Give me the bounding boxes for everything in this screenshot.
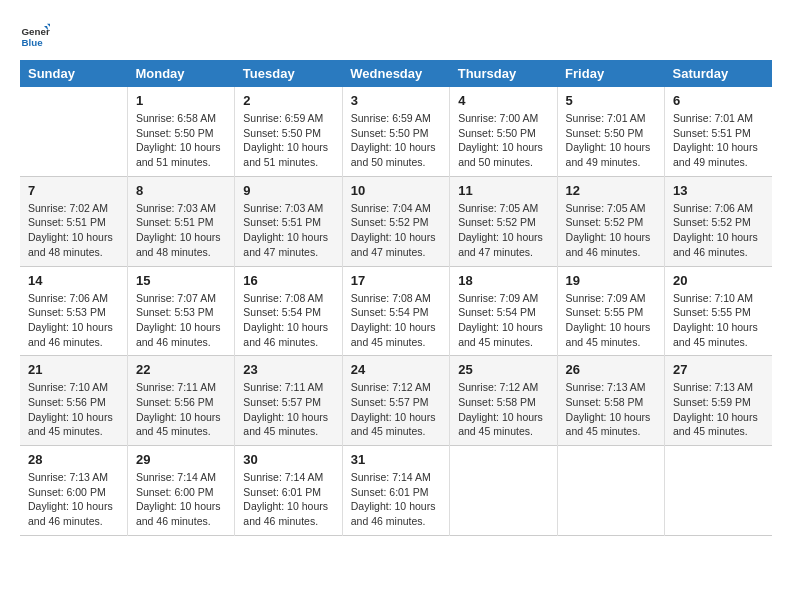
calendar-week-row: 1Sunrise: 6:58 AMSunset: 5:50 PMDaylight…	[20, 87, 772, 176]
day-info: Sunrise: 7:12 AMSunset: 5:58 PMDaylight:…	[458, 380, 548, 439]
weekday-header-monday: Monday	[127, 60, 234, 87]
calendar-cell: 9Sunrise: 7:03 AMSunset: 5:51 PMDaylight…	[235, 176, 342, 266]
calendar-cell: 11Sunrise: 7:05 AMSunset: 5:52 PMDayligh…	[450, 176, 557, 266]
day-number: 17	[351, 273, 441, 288]
logo-icon: General Blue	[20, 20, 50, 50]
weekday-header-wednesday: Wednesday	[342, 60, 449, 87]
day-number: 21	[28, 362, 119, 377]
day-info: Sunrise: 6:58 AMSunset: 5:50 PMDaylight:…	[136, 111, 226, 170]
day-number: 31	[351, 452, 441, 467]
day-info: Sunrise: 7:05 AMSunset: 5:52 PMDaylight:…	[566, 201, 656, 260]
calendar-week-row: 21Sunrise: 7:10 AMSunset: 5:56 PMDayligh…	[20, 356, 772, 446]
day-info: Sunrise: 7:01 AMSunset: 5:50 PMDaylight:…	[566, 111, 656, 170]
calendar-cell: 28Sunrise: 7:13 AMSunset: 6:00 PMDayligh…	[20, 446, 127, 536]
calendar-cell: 8Sunrise: 7:03 AMSunset: 5:51 PMDaylight…	[127, 176, 234, 266]
calendar-cell: 25Sunrise: 7:12 AMSunset: 5:58 PMDayligh…	[450, 356, 557, 446]
calendar-cell: 19Sunrise: 7:09 AMSunset: 5:55 PMDayligh…	[557, 266, 664, 356]
day-number: 8	[136, 183, 226, 198]
day-info: Sunrise: 7:03 AMSunset: 5:51 PMDaylight:…	[136, 201, 226, 260]
day-info: Sunrise: 7:10 AMSunset: 5:56 PMDaylight:…	[28, 380, 119, 439]
day-number: 29	[136, 452, 226, 467]
calendar-week-row: 28Sunrise: 7:13 AMSunset: 6:00 PMDayligh…	[20, 446, 772, 536]
day-number: 12	[566, 183, 656, 198]
calendar-cell	[665, 446, 772, 536]
calendar-table: SundayMondayTuesdayWednesdayThursdayFrid…	[20, 60, 772, 536]
calendar-cell: 29Sunrise: 7:14 AMSunset: 6:00 PMDayligh…	[127, 446, 234, 536]
day-number: 16	[243, 273, 333, 288]
calendar-cell: 31Sunrise: 7:14 AMSunset: 6:01 PMDayligh…	[342, 446, 449, 536]
day-number: 9	[243, 183, 333, 198]
day-info: Sunrise: 7:13 AMSunset: 6:00 PMDaylight:…	[28, 470, 119, 529]
day-number: 6	[673, 93, 764, 108]
day-info: Sunrise: 7:02 AMSunset: 5:51 PMDaylight:…	[28, 201, 119, 260]
calendar-cell: 18Sunrise: 7:09 AMSunset: 5:54 PMDayligh…	[450, 266, 557, 356]
day-number: 27	[673, 362, 764, 377]
day-info: Sunrise: 7:06 AMSunset: 5:52 PMDaylight:…	[673, 201, 764, 260]
calendar-cell: 23Sunrise: 7:11 AMSunset: 5:57 PMDayligh…	[235, 356, 342, 446]
day-info: Sunrise: 7:06 AMSunset: 5:53 PMDaylight:…	[28, 291, 119, 350]
day-info: Sunrise: 7:03 AMSunset: 5:51 PMDaylight:…	[243, 201, 333, 260]
calendar-week-row: 7Sunrise: 7:02 AMSunset: 5:51 PMDaylight…	[20, 176, 772, 266]
calendar-cell: 7Sunrise: 7:02 AMSunset: 5:51 PMDaylight…	[20, 176, 127, 266]
weekday-header-row: SundayMondayTuesdayWednesdayThursdayFrid…	[20, 60, 772, 87]
day-number: 4	[458, 93, 548, 108]
calendar-cell: 24Sunrise: 7:12 AMSunset: 5:57 PMDayligh…	[342, 356, 449, 446]
calendar-cell: 10Sunrise: 7:04 AMSunset: 5:52 PMDayligh…	[342, 176, 449, 266]
calendar-cell: 4Sunrise: 7:00 AMSunset: 5:50 PMDaylight…	[450, 87, 557, 176]
day-info: Sunrise: 7:07 AMSunset: 5:53 PMDaylight:…	[136, 291, 226, 350]
calendar-cell: 21Sunrise: 7:10 AMSunset: 5:56 PMDayligh…	[20, 356, 127, 446]
day-info: Sunrise: 7:08 AMSunset: 5:54 PMDaylight:…	[351, 291, 441, 350]
day-number: 5	[566, 93, 656, 108]
day-info: Sunrise: 7:05 AMSunset: 5:52 PMDaylight:…	[458, 201, 548, 260]
calendar-cell	[557, 446, 664, 536]
day-number: 10	[351, 183, 441, 198]
calendar-cell: 27Sunrise: 7:13 AMSunset: 5:59 PMDayligh…	[665, 356, 772, 446]
weekday-header-thursday: Thursday	[450, 60, 557, 87]
weekday-header-tuesday: Tuesday	[235, 60, 342, 87]
day-number: 19	[566, 273, 656, 288]
day-info: Sunrise: 7:00 AMSunset: 5:50 PMDaylight:…	[458, 111, 548, 170]
calendar-cell: 17Sunrise: 7:08 AMSunset: 5:54 PMDayligh…	[342, 266, 449, 356]
calendar-cell: 16Sunrise: 7:08 AMSunset: 5:54 PMDayligh…	[235, 266, 342, 356]
day-info: Sunrise: 7:09 AMSunset: 5:54 PMDaylight:…	[458, 291, 548, 350]
day-info: Sunrise: 7:11 AMSunset: 5:56 PMDaylight:…	[136, 380, 226, 439]
calendar-cell: 22Sunrise: 7:11 AMSunset: 5:56 PMDayligh…	[127, 356, 234, 446]
calendar-cell: 1Sunrise: 6:58 AMSunset: 5:50 PMDaylight…	[127, 87, 234, 176]
day-number: 23	[243, 362, 333, 377]
day-number: 11	[458, 183, 548, 198]
day-number: 3	[351, 93, 441, 108]
day-info: Sunrise: 7:01 AMSunset: 5:51 PMDaylight:…	[673, 111, 764, 170]
calendar-cell: 30Sunrise: 7:14 AMSunset: 6:01 PMDayligh…	[235, 446, 342, 536]
weekday-header-friday: Friday	[557, 60, 664, 87]
day-number: 2	[243, 93, 333, 108]
day-info: Sunrise: 7:14 AMSunset: 6:01 PMDaylight:…	[243, 470, 333, 529]
day-info: Sunrise: 7:10 AMSunset: 5:55 PMDaylight:…	[673, 291, 764, 350]
day-number: 26	[566, 362, 656, 377]
day-number: 28	[28, 452, 119, 467]
weekday-header-sunday: Sunday	[20, 60, 127, 87]
day-number: 30	[243, 452, 333, 467]
calendar-week-row: 14Sunrise: 7:06 AMSunset: 5:53 PMDayligh…	[20, 266, 772, 356]
day-info: Sunrise: 7:13 AMSunset: 5:58 PMDaylight:…	[566, 380, 656, 439]
day-number: 22	[136, 362, 226, 377]
calendar-cell: 3Sunrise: 6:59 AMSunset: 5:50 PMDaylight…	[342, 87, 449, 176]
calendar-cell	[450, 446, 557, 536]
day-info: Sunrise: 7:14 AMSunset: 6:00 PMDaylight:…	[136, 470, 226, 529]
day-info: Sunrise: 7:08 AMSunset: 5:54 PMDaylight:…	[243, 291, 333, 350]
weekday-header-saturday: Saturday	[665, 60, 772, 87]
logo: General Blue	[20, 20, 50, 50]
day-number: 1	[136, 93, 226, 108]
day-info: Sunrise: 7:11 AMSunset: 5:57 PMDaylight:…	[243, 380, 333, 439]
calendar-cell: 6Sunrise: 7:01 AMSunset: 5:51 PMDaylight…	[665, 87, 772, 176]
day-number: 15	[136, 273, 226, 288]
calendar-cell: 5Sunrise: 7:01 AMSunset: 5:50 PMDaylight…	[557, 87, 664, 176]
calendar-cell: 26Sunrise: 7:13 AMSunset: 5:58 PMDayligh…	[557, 356, 664, 446]
day-number: 13	[673, 183, 764, 198]
day-number: 25	[458, 362, 548, 377]
calendar-cell: 12Sunrise: 7:05 AMSunset: 5:52 PMDayligh…	[557, 176, 664, 266]
day-number: 20	[673, 273, 764, 288]
day-info: Sunrise: 7:13 AMSunset: 5:59 PMDaylight:…	[673, 380, 764, 439]
calendar-cell	[20, 87, 127, 176]
calendar-cell: 15Sunrise: 7:07 AMSunset: 5:53 PMDayligh…	[127, 266, 234, 356]
calendar-cell: 2Sunrise: 6:59 AMSunset: 5:50 PMDaylight…	[235, 87, 342, 176]
